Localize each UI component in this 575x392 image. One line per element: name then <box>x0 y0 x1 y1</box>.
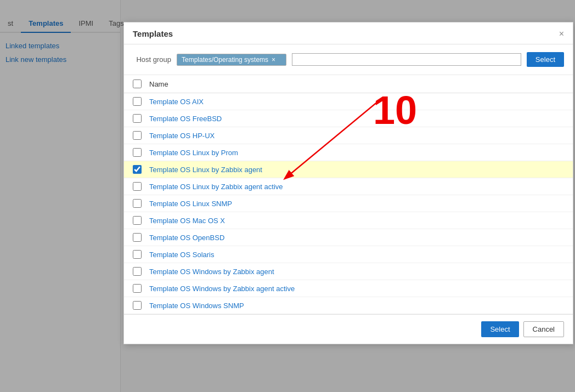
row-checkbox-2[interactable] <box>133 114 142 123</box>
modal-title: Templates <box>133 29 173 38</box>
table-row[interactable]: Template OS Linux SNMP <box>124 195 573 212</box>
footer-cancel-button[interactable]: Cancel <box>523 321 564 337</box>
name-column-header: Name <box>149 80 168 88</box>
row-link-6[interactable]: Template OS Linux by Zabbix agent active <box>149 183 283 191</box>
modal-header: Templates × <box>124 22 573 44</box>
modal-close-button[interactable]: × <box>559 30 564 38</box>
row-link-13[interactable]: Template OS Windows SNMP <box>149 302 244 310</box>
table-row[interactable]: Template OS Linux by Zabbix agent <box>124 161 573 178</box>
row-checkbox-5[interactable] <box>133 165 142 174</box>
host-group-label: Host group <box>133 55 171 64</box>
row-checkbox-7[interactable] <box>133 199 142 208</box>
row-checkbox-8[interactable] <box>133 216 142 225</box>
filter-row: Host group Templates/Operating systems ×… <box>124 44 573 75</box>
table-row[interactable]: Template OS Mac OS X <box>124 212 573 229</box>
row-link-3[interactable]: Template OS HP-UX <box>149 132 215 140</box>
row-link-2[interactable]: Template OS FreeBSD <box>149 115 222 123</box>
row-link-9[interactable]: Template OS OpenBSD <box>149 234 224 242</box>
host-group-search-input[interactable] <box>292 53 521 66</box>
table-row[interactable]: Template OS Windows by Zabbix agent acti… <box>124 280 573 297</box>
table-row[interactable]: Template OS Linux by Prom <box>124 144 573 161</box>
row-link-8[interactable]: Template OS Mac OS X <box>149 217 225 225</box>
host-group-tag-remove[interactable]: × <box>272 56 275 64</box>
table-row[interactable]: Template OS OpenBSD <box>124 229 573 246</box>
select-all-checkbox[interactable] <box>133 79 142 88</box>
row-checkbox-13[interactable] <box>133 301 142 310</box>
row-link-11[interactable]: Template OS Windows by Zabbix agent <box>149 268 274 276</box>
row-link-12[interactable]: Template OS Windows by Zabbix agent acti… <box>149 285 295 293</box>
row-link-5[interactable]: Template OS Linux by Zabbix agent <box>149 166 262 174</box>
host-group-tag-container: Templates/Operating systems × <box>177 54 286 66</box>
modal-footer: Select Cancel <box>124 314 573 344</box>
row-link-4[interactable]: Template OS Linux by Prom <box>149 149 238 157</box>
footer-select-button[interactable]: Select <box>481 321 518 337</box>
table-row[interactable]: Template OS Solaris <box>124 246 573 263</box>
host-group-select-button[interactable]: Select <box>527 52 564 67</box>
row-checkbox-6[interactable] <box>133 182 142 191</box>
templates-modal: Templates × Host group Templates/Operati… <box>123 22 573 344</box>
row-checkbox-11[interactable] <box>133 267 142 276</box>
row-link-1[interactable]: Template OS AIX <box>149 98 204 106</box>
row-checkbox-9[interactable] <box>133 233 142 242</box>
host-group-tag-text: Templates/Operating systems <box>182 56 268 64</box>
table-row[interactable]: Template OS HP-UX <box>124 127 573 144</box>
table-row[interactable]: Template OS AIX <box>124 93 573 110</box>
table-body: Template OS AIXTemplate OS FreeBSDTempla… <box>124 93 573 314</box>
row-checkbox-1[interactable] <box>133 97 142 106</box>
row-checkbox-4[interactable] <box>133 148 142 157</box>
row-checkbox-10[interactable] <box>133 250 142 259</box>
table-row[interactable]: Template OS Linux by Zabbix agent active <box>124 178 573 195</box>
row-checkbox-3[interactable] <box>133 131 142 140</box>
table-row[interactable]: Template OS Windows by Zabbix agent <box>124 263 573 280</box>
row-link-10[interactable]: Template OS Solaris <box>149 251 215 259</box>
table-row[interactable]: Template OS FreeBSD <box>124 110 573 127</box>
row-checkbox-12[interactable] <box>133 284 142 293</box>
row-link-7[interactable]: Template OS Linux SNMP <box>149 200 232 208</box>
table-header: Name <box>124 75 573 93</box>
table-row[interactable]: Template OS Windows SNMP <box>124 297 573 314</box>
